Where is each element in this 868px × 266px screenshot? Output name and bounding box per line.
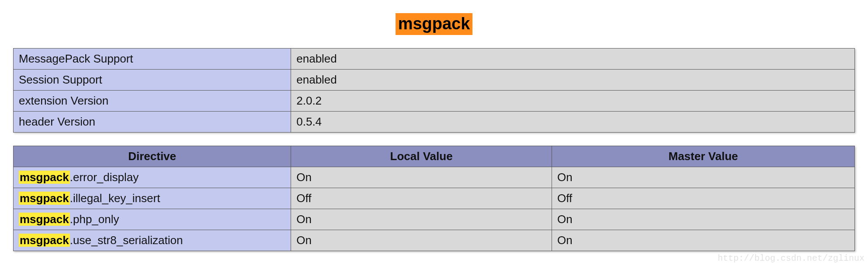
directive-master: Off — [552, 188, 855, 209]
highlight-term: msgpack — [19, 234, 70, 247]
directive-name: msgpack.use_str8_serialization — [14, 230, 291, 251]
directive-name: msgpack.error_display — [14, 167, 291, 188]
highlight-term: msgpack — [19, 192, 70, 205]
directive-local: On — [291, 230, 552, 251]
table-row: header Version 0.5.4 — [14, 111, 855, 132]
directive-suffix: .illegal_key_insert — [70, 192, 160, 205]
section-title-container: msgpack — [13, 13, 855, 35]
header-master: Master Value — [552, 146, 855, 167]
section-title: msgpack — [396, 13, 473, 35]
directive-name: msgpack.php_only — [14, 209, 291, 230]
info-value: enabled — [291, 69, 855, 90]
info-value: 2.0.2 — [291, 90, 855, 111]
info-value: enabled — [291, 48, 855, 69]
directive-master: On — [552, 209, 855, 230]
info-table: MessagePack Support enabled Session Supp… — [13, 48, 855, 133]
table-header-row: Directive Local Value Master Value — [14, 146, 855, 167]
directives-table: Directive Local Value Master Value msgpa… — [13, 146, 855, 251]
header-directive: Directive — [14, 146, 291, 167]
highlight-term: msgpack — [19, 171, 70, 184]
info-label: Session Support — [14, 69, 291, 90]
directive-local: Off — [291, 188, 552, 209]
info-label: MessagePack Support — [14, 48, 291, 69]
table-row: msgpack.error_display On On — [14, 167, 855, 188]
table-row: extension Version 2.0.2 — [14, 90, 855, 111]
directive-local: On — [291, 209, 552, 230]
table-row: msgpack.illegal_key_insert Off Off — [14, 188, 855, 209]
table-row: msgpack.use_str8_serialization On On — [14, 230, 855, 251]
table-row: MessagePack Support enabled — [14, 48, 855, 69]
directive-suffix: .php_only — [70, 213, 119, 226]
directive-master: On — [552, 167, 855, 188]
highlight-term: msgpack — [19, 213, 70, 226]
directive-name: msgpack.illegal_key_insert — [14, 188, 291, 209]
directive-suffix: .error_display — [70, 171, 139, 184]
directive-suffix: .use_str8_serialization — [70, 234, 183, 247]
header-local: Local Value — [291, 146, 552, 167]
directive-master: On — [552, 230, 855, 251]
info-label: extension Version — [14, 90, 291, 111]
info-label: header Version — [14, 111, 291, 132]
table-row: Session Support enabled — [14, 69, 855, 90]
watermark: http://blog.csdn.net/zglinux — [718, 253, 865, 263]
info-value: 0.5.4 — [291, 111, 855, 132]
directive-local: On — [291, 167, 552, 188]
table-row: msgpack.php_only On On — [14, 209, 855, 230]
